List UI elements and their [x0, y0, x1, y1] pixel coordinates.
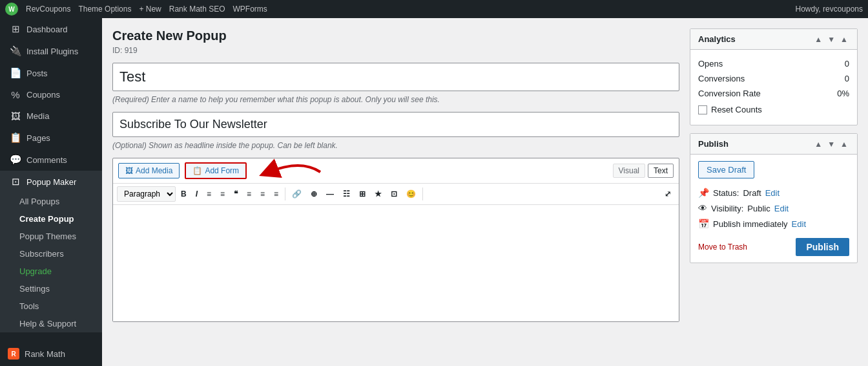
publish-time-row: 📅 Publish immediately Edit	[698, 216, 849, 231]
move-to-trash-link[interactable]: Move to Trash	[698, 242, 747, 252]
more-button[interactable]: ⊞	[355, 188, 369, 200]
sidebar-item-coupons[interactable]: % Coupons	[0, 84, 102, 105]
media-icon: 🖼	[10, 111, 21, 122]
popup-themes-label: Popup Themes	[19, 231, 76, 241]
format-button[interactable]: ⊡	[387, 188, 401, 200]
add-media-button[interactable]: 🖼 Add Media	[118, 163, 180, 178]
blockquote-button[interactable]: ❝	[230, 188, 242, 200]
align-center-button[interactable]: ≡	[256, 188, 269, 200]
plugins-icon: 🔌	[10, 45, 21, 57]
sidebar-item-label: Media	[26, 111, 49, 121]
sidebar-item-posts[interactable]: 📄 Posts	[0, 62, 102, 84]
panel-collapse-up[interactable]: ▲	[813, 35, 823, 44]
table-button[interactable]: ☷	[339, 188, 354, 200]
publish-footer: Move to Trash Publish	[698, 238, 849, 256]
sidebar-item-label: Coupons	[26, 90, 60, 100]
opens-row: Opens 0	[698, 56, 849, 71]
headline-input[interactable]	[112, 112, 679, 137]
panel-toggle[interactable]: ▲	[839, 35, 849, 44]
sidebar-item-comments[interactable]: 💬 Comments	[0, 149, 102, 171]
link-button[interactable]: 🔗	[288, 188, 305, 200]
unordered-list-button[interactable]: ≡	[203, 188, 215, 200]
opens-label: Opens	[698, 59, 723, 69]
status-value: Draft	[743, 188, 761, 198]
sidebar-sub-subscribers[interactable]: Subscribers	[0, 245, 102, 263]
sidebar-sub-upgrade[interactable]: Upgrade	[0, 263, 102, 280]
conversion-rate-label: Conversion Rate	[698, 89, 761, 98]
publish-immediately-label: Publish immediately	[713, 219, 788, 229]
fullscreen-button[interactable]: ⤢	[661, 188, 675, 200]
sidebar-rankmath[interactable]: R Rank Math	[0, 341, 102, 366]
bold-button[interactable]: B	[177, 188, 191, 200]
editor-actions: 🖼 Add Media 📋 Add Form	[113, 158, 679, 184]
editor-wrapper: 🖼 Add Media 📋 Add Form	[112, 158, 679, 322]
new-item[interactable]: + New	[139, 5, 161, 14]
ordered-list-button[interactable]: ≡	[216, 188, 229, 200]
sidebar-item-install-plugins[interactable]: 🔌 Install Plugins	[0, 40, 102, 62]
italic-button[interactable]: I	[192, 188, 202, 200]
name-field-hint: (Required) Enter a name to help you reme…	[112, 95, 679, 104]
sidebar-sub-popup-themes[interactable]: Popup Themes	[0, 228, 102, 245]
align-left-button[interactable]: ≡	[243, 188, 255, 200]
calendar-icon: 📅	[698, 219, 709, 229]
publish-panel-toggle[interactable]: ▲	[839, 140, 849, 149]
sidebar-item-dashboard[interactable]: ⊞ Dashboard	[0, 18, 102, 40]
popup-maker-icon: ⊡	[10, 176, 21, 188]
comments-icon: 💬	[10, 154, 21, 166]
sidebar-item-media[interactable]: 🖼 Media	[0, 105, 102, 127]
publish-time-edit-link[interactable]: Edit	[792, 219, 806, 229]
sidebar-sub-tools[interactable]: Tools	[0, 297, 102, 315]
add-form-button[interactable]: 📋 Add Form	[185, 162, 247, 179]
editor-body[interactable]	[113, 205, 679, 321]
paragraph-select[interactable]: Paragraph	[117, 186, 176, 202]
reset-counts-row: Reset Counts	[698, 101, 849, 118]
visibility-value: Public	[747, 204, 770, 213]
unlink-button[interactable]: ⊕	[307, 188, 321, 200]
status-icon: 📌	[698, 188, 709, 198]
sidebar-sub-settings[interactable]: Settings	[0, 280, 102, 297]
emoji-button[interactable]: 😊	[402, 188, 420, 200]
wp-logo[interactable]: W	[5, 3, 18, 16]
visibility-edit-link[interactable]: Edit	[774, 204, 789, 213]
sidebar-item-pages[interactable]: 📋 Pages	[0, 127, 102, 149]
publish-button[interactable]: Publish	[796, 238, 849, 256]
popup-name-input[interactable]	[112, 63, 679, 91]
dashboard-icon: ⊞	[10, 23, 21, 35]
publish-panel-up[interactable]: ▲	[813, 140, 823, 149]
create-popup-label: Create Popup	[19, 214, 74, 224]
tab-text[interactable]: Text	[648, 164, 674, 178]
star-button[interactable]: ★	[371, 188, 386, 200]
sidebar-item-popup-maker[interactable]: ⊡ Popup Maker	[0, 171, 102, 193]
add-form-label: Add Form	[205, 166, 239, 175]
subscribers-label: Subscribers	[19, 249, 64, 259]
analytics-panel-body: Opens 0 Conversions 0 Conversion Rate 0%…	[690, 50, 857, 125]
theme-options[interactable]: Theme Options	[78, 5, 131, 14]
analytics-panel-header: Analytics ▲ ▼ ▲	[690, 29, 857, 50]
align-right-button[interactable]: ≡	[270, 188, 282, 200]
editor-toolbar: Paragraph B I ≡ ≡ ❝ ≡ ≡ ≡ 🔗 ⊕ — ☷ ⊞ ★	[113, 184, 679, 205]
save-draft-button[interactable]: Save Draft	[698, 161, 754, 178]
tab-visual[interactable]: Visual	[613, 164, 645, 178]
publish-panel-header: Publish ▲ ▼ ▲	[690, 134, 857, 155]
sidebar-sub-help-support[interactable]: Help & Support	[0, 315, 102, 332]
reset-counts-checkbox[interactable]	[698, 105, 707, 114]
site-name[interactable]: RevCoupons	[26, 5, 70, 14]
status-edit-link[interactable]: Edit	[765, 188, 780, 198]
sidebar-sub-all-popups[interactable]: All Popups	[0, 193, 102, 210]
opens-value: 0	[845, 59, 849, 69]
rankmath-label: Rank Math	[25, 349, 65, 359]
sidebar-sub-create-popup[interactable]: Create Popup	[0, 210, 102, 228]
publish-panel-down[interactable]: ▼	[826, 140, 836, 149]
conversions-value: 0	[845, 74, 849, 83]
rank-math-seo[interactable]: Rank Math SEO	[169, 5, 225, 14]
sidebar-item-label: Install Plugins	[26, 47, 78, 56]
rankmath-icon: R	[8, 348, 19, 360]
toolbar-separator	[285, 188, 285, 200]
upgrade-label: Upgrade	[19, 266, 52, 276]
wpforms[interactable]: WPForms	[232, 5, 267, 14]
publish-panel-body: Save Draft 📌 Status: Draft Edit 👁 Visibi…	[690, 155, 857, 263]
panel-collapse-down[interactable]: ▼	[826, 35, 836, 44]
visibility-label: Visibility:	[711, 204, 743, 213]
page-title: Create New Popup	[112, 28, 679, 43]
hr-button[interactable]: —	[322, 188, 338, 200]
